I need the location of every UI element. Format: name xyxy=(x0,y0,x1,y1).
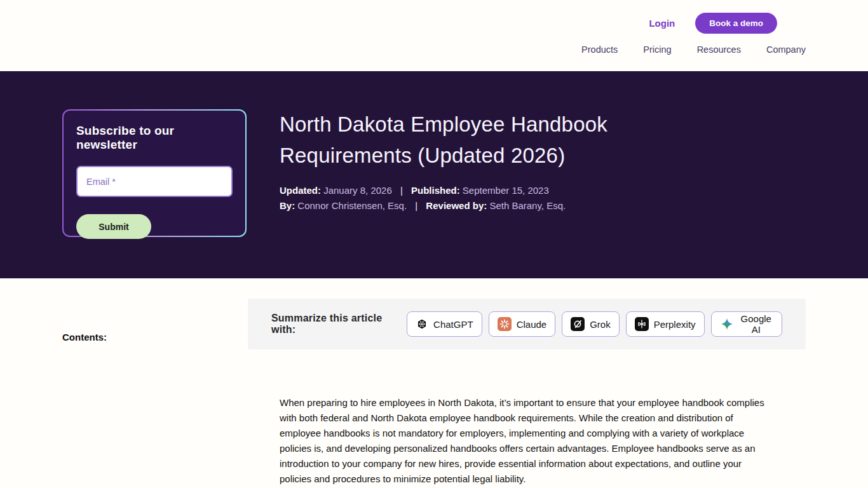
page: Login Book a demo Products Pricing Resou… xyxy=(0,0,868,488)
summarize-grok-button[interactable]: Grok xyxy=(562,311,620,337)
site-header: Login Book a demo Products Pricing Resou… xyxy=(0,0,868,71)
book-demo-button[interactable]: Book a demo xyxy=(695,13,777,34)
hero-section: Subscribe to our newsletter Submit North… xyxy=(0,71,868,278)
perplexity-icon xyxy=(635,317,649,331)
summarize-perplexity-button[interactable]: Perplexity xyxy=(626,311,705,337)
updated-label: Updated: xyxy=(280,185,321,196)
main-nav: Products Pricing Resources Company xyxy=(581,44,806,55)
meta-separator: | xyxy=(395,185,409,196)
ai-buttons-group: ChatGPT Claude xyxy=(407,311,782,337)
by-label: By: xyxy=(280,200,295,211)
ai-button-label: ChatGPT xyxy=(433,319,473,330)
nav-item-company[interactable]: Company xyxy=(766,44,806,55)
claude-icon xyxy=(498,317,512,331)
published-label: Published: xyxy=(411,185,460,196)
grok-icon xyxy=(571,317,585,331)
summarize-chatgpt-button[interactable]: ChatGPT xyxy=(407,311,482,337)
chatgpt-icon xyxy=(416,318,428,330)
newsletter-title: Subscribe to our newsletter xyxy=(76,124,233,152)
summarize-label: Summarize this article with: xyxy=(271,313,407,336)
login-row: Login Book a demo xyxy=(649,13,777,34)
contents-label: Contents: xyxy=(62,332,107,342)
nav-item-resources[interactable]: Resources xyxy=(697,44,741,55)
nav-item-pricing[interactable]: Pricing xyxy=(643,44,671,55)
meta-line-dates: Updated: January 8, 2026 | Published: Se… xyxy=(280,183,566,198)
email-field[interactable] xyxy=(76,166,233,197)
reviewer-name: Seth Barany, Esq. xyxy=(489,200,566,211)
reviewed-by-label: Reviewed by: xyxy=(426,200,487,211)
summarize-google-ai-button[interactable]: Google AI xyxy=(711,311,782,337)
submit-button[interactable]: Submit xyxy=(76,214,151,239)
login-link[interactable]: Login xyxy=(649,18,675,29)
article-intro-paragraph: When preparing to hire employees in Nort… xyxy=(280,395,774,487)
ai-button-label: Google AI xyxy=(739,313,773,335)
page-title: North Dakota Employee Handbook Requireme… xyxy=(280,109,693,172)
ai-button-label: Perplexity xyxy=(654,319,696,330)
google-ai-icon xyxy=(720,317,734,331)
meta-line-authors: By: Connor Christensen, Esq. | Reviewed … xyxy=(280,198,566,214)
updated-value: January 8, 2026 xyxy=(323,185,392,196)
published-value: September 15, 2023 xyxy=(463,185,549,196)
newsletter-card: Subscribe to our newsletter Submit xyxy=(62,109,247,237)
author-name: Connor Christensen, Esq. xyxy=(297,200,407,211)
article-meta: Updated: January 8, 2026 | Published: Se… xyxy=(280,183,566,214)
ai-button-label: Claude xyxy=(517,319,547,330)
nav-item-products[interactable]: Products xyxy=(581,44,618,55)
meta-separator: | xyxy=(409,200,423,211)
summarize-claude-button[interactable]: Claude xyxy=(489,311,556,337)
ai-button-label: Grok xyxy=(590,319,611,330)
summarize-bar: Summarize this article with: ChatGPT xyxy=(248,299,806,349)
